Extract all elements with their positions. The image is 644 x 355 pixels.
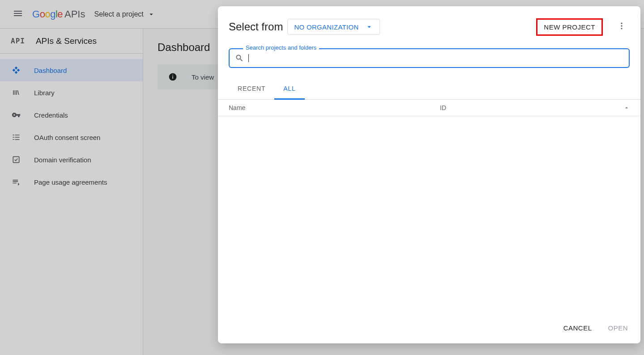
table-header: Name ID [218,100,640,116]
tabs: RECENT ALL [218,79,640,100]
tab-all[interactable]: ALL [274,79,304,100]
open-button: OPEN [608,324,628,332]
table-body[interactable] [218,117,640,315]
svg-point-5 [621,25,622,26]
new-project-label: NEW PROJECT [544,23,595,31]
search-icon [235,54,244,63]
sort-arrow-icon [623,105,630,111]
column-name[interactable]: Name [229,104,440,111]
new-project-button[interactable]: NEW PROJECT [536,18,603,36]
organization-label: NO ORGANIZATION [294,23,358,31]
column-id[interactable]: ID [440,104,623,111]
more-options-icon[interactable] [614,18,630,36]
search-input[interactable] [249,55,623,62]
search-label: Search projects and folders [243,44,319,51]
cancel-button[interactable]: CANCEL [563,324,592,332]
search-field[interactable] [229,48,630,68]
organization-dropdown[interactable]: NO ORGANIZATION [287,19,380,35]
dropdown-arrow-icon [365,23,373,31]
tab-recent[interactable]: RECENT [229,79,274,100]
project-picker-dialog: Select from NO ORGANIZATION NEW PROJECT … [218,6,640,343]
dialog-title: Select from [229,21,283,33]
svg-point-6 [621,28,622,29]
svg-point-4 [621,23,622,24]
